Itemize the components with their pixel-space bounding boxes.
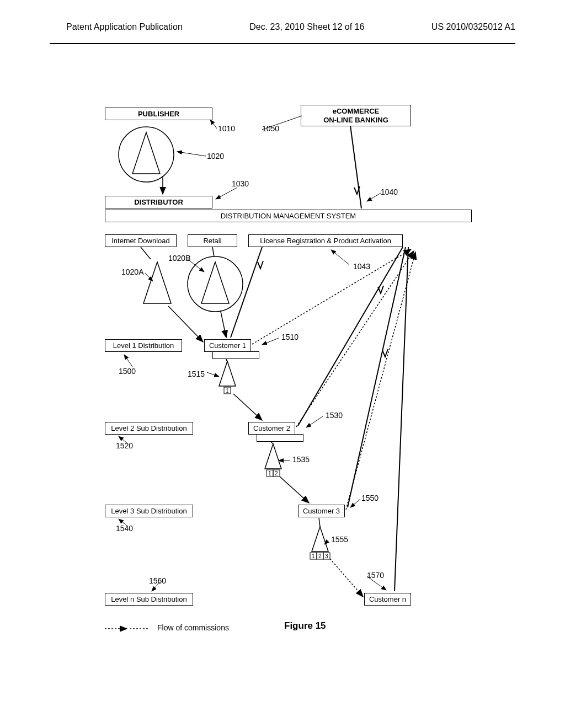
svg-line-33 xyxy=(207,372,219,377)
svg-point-5 xyxy=(188,256,243,312)
svg-line-43 xyxy=(212,247,214,256)
box-customer2: Customer 2 xyxy=(248,422,295,435)
ref-1500: 1500 xyxy=(119,367,136,376)
box-dms: DISTRIBUTION MANAGEMENT SYSTEM xyxy=(105,210,472,222)
svg-line-25 xyxy=(177,152,206,156)
svg-line-44 xyxy=(168,306,203,342)
svg-line-50 xyxy=(319,518,320,527)
ref-1010: 1010 xyxy=(218,124,235,133)
svg-marker-8 xyxy=(219,361,236,386)
svg-point-2 xyxy=(119,127,174,182)
svg-line-45 xyxy=(221,312,226,338)
svg-line-31 xyxy=(262,338,279,345)
svg-line-35 xyxy=(306,416,323,427)
svg-text:2: 2 xyxy=(318,553,322,559)
box-internet-download: Internet Download xyxy=(105,234,177,247)
svg-marker-7 xyxy=(143,262,171,303)
header-divider xyxy=(50,43,515,44)
svg-line-56 xyxy=(252,249,411,344)
ref-1540: 1540 xyxy=(116,524,133,533)
svg-text:2: 2 xyxy=(275,470,278,477)
box-level1: Level 1 Distribution xyxy=(105,339,182,352)
ref-1040: 1040 xyxy=(381,188,398,196)
svg-line-55 xyxy=(350,126,361,208)
svg-line-39 xyxy=(324,540,328,544)
svg-line-57 xyxy=(296,251,414,427)
box-customer1-shadow xyxy=(212,351,259,359)
svg-rect-21 xyxy=(323,553,330,559)
svg-text:3: 3 xyxy=(325,553,328,559)
svg-rect-19 xyxy=(317,553,323,559)
ref-1550: 1550 xyxy=(361,494,379,502)
box-customer1: Customer 1 xyxy=(204,339,251,352)
diagram-svg: 1 1 2 1 2 3 xyxy=(97,97,472,659)
svg-line-27 xyxy=(367,193,381,201)
svg-line-42 xyxy=(141,247,151,259)
box-leveln: Level n Sub Distribution xyxy=(105,593,193,606)
ref-1555: 1555 xyxy=(331,535,348,544)
svg-marker-16 xyxy=(312,527,328,552)
ref-1030: 1030 xyxy=(232,179,249,188)
svg-line-53 xyxy=(348,247,406,507)
svg-line-48 xyxy=(271,442,273,444)
ref-1515: 1515 xyxy=(188,370,205,378)
svg-line-30 xyxy=(331,250,349,265)
svg-line-28 xyxy=(145,273,153,281)
ref-1570: 1570 xyxy=(367,571,384,580)
svg-line-49 xyxy=(280,477,309,503)
ref-1510: 1510 xyxy=(281,333,299,341)
box-level2: Level 2 Sub Distribution xyxy=(105,422,193,435)
svg-rect-17 xyxy=(310,553,317,559)
box-customern: Customer n xyxy=(364,593,411,606)
ref-1020B: 1020B xyxy=(168,254,190,263)
box-distributor: DISTRIBUTOR xyxy=(105,196,212,208)
svg-line-54 xyxy=(395,247,408,591)
header-patent-number: US 2010/0325012 A1 xyxy=(431,22,515,32)
svg-line-23 xyxy=(210,120,217,129)
svg-marker-6 xyxy=(201,262,229,303)
svg-rect-9 xyxy=(224,387,231,394)
svg-rect-12 xyxy=(266,470,273,477)
ref-1530: 1530 xyxy=(326,411,343,420)
header-publication: Patent Application Publication xyxy=(66,22,183,32)
figure-label: Figure 15 xyxy=(284,620,326,631)
legend-text: Flow of commissions xyxy=(157,623,229,632)
box-publisher: PUBLISHER xyxy=(105,108,212,120)
svg-rect-14 xyxy=(273,470,280,477)
svg-marker-11 xyxy=(265,444,281,469)
svg-text:1: 1 xyxy=(268,470,271,477)
ref-1535: 1535 xyxy=(292,455,310,464)
ref-1020: 1020 xyxy=(207,152,224,160)
box-customer3: Customer 3 xyxy=(298,505,345,517)
header-date-sheet: Dec. 23, 2010 Sheet 12 of 16 xyxy=(249,22,364,32)
svg-text:1: 1 xyxy=(312,553,315,559)
box-ecommerce: eCOMMERCE ON-LINE BANKING xyxy=(301,105,411,126)
svg-marker-3 xyxy=(132,132,160,174)
svg-line-46 xyxy=(226,359,227,361)
svg-line-51 xyxy=(231,247,262,338)
box-customer2-shadow xyxy=(257,434,303,442)
ref-1560: 1560 xyxy=(149,576,166,585)
diagram-area: PUBLISHER eCOMMERCE ON-LINE BANKING DIST… xyxy=(97,97,472,659)
svg-line-26 xyxy=(216,188,237,199)
svg-line-58 xyxy=(346,252,415,510)
box-retail: Retail xyxy=(188,234,237,247)
svg-line-47 xyxy=(233,394,262,420)
ref-1520: 1520 xyxy=(116,441,133,450)
ref-1020A: 1020A xyxy=(121,267,143,276)
svg-line-52 xyxy=(298,247,403,426)
svg-line-38 xyxy=(350,499,360,507)
ref-1043: 1043 xyxy=(353,262,370,271)
ref-1050: 1050 xyxy=(262,124,279,133)
svg-line-59 xyxy=(330,559,363,597)
svg-text:1: 1 xyxy=(226,388,229,394)
svg-line-32 xyxy=(124,355,132,367)
box-license: License Registration & Product Activatio… xyxy=(248,234,403,247)
box-level3: Level 3 Sub Distribution xyxy=(105,505,193,517)
